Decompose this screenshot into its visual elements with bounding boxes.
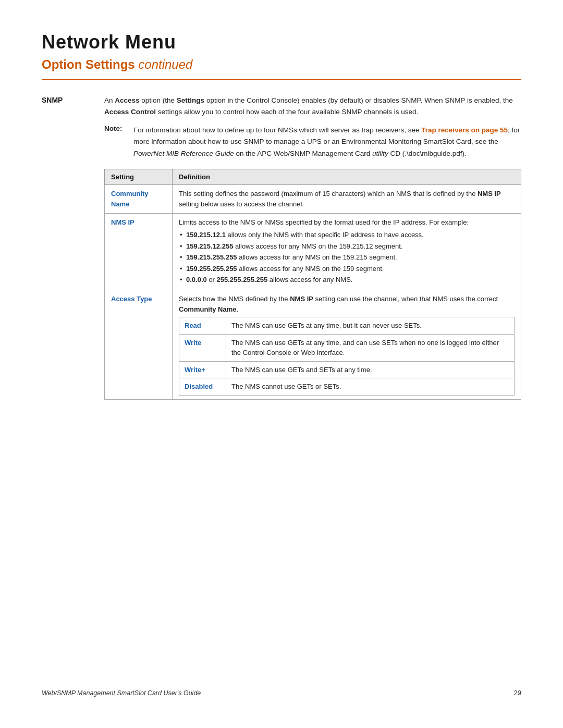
nms-ip-def: Limits access to the NMS or NMSs specifi… [173,214,521,290]
snmp-intro: An Access option (the Settings option in… [104,95,521,117]
community-name-def: This setting defines the password (maxim… [173,184,521,213]
table-row: Access Type Selects how the NMS defined … [105,290,521,399]
nms-ip-bullets: 159.215.12.1 allows only the NMS with th… [179,230,515,285]
note-block: Note: For information about how to defin… [104,125,521,159]
nms-ip-intro: Limits access to the NMS or NMSs specifi… [179,218,469,226]
write-label: Write [179,334,226,361]
ip-5a: 0.0.0.0 [186,276,207,283]
bullet-3: 159.215.255.255 allows access for any NM… [179,252,515,263]
page: Network Menu Option Settings continued S… [0,0,563,728]
access-type-def: Selects how the NMS defined by the NMS I… [173,290,521,399]
write-def: The NMS can use GETs at any time, and ca… [226,334,515,361]
access-bold: Access [115,96,139,104]
sub-table-row: Write The NMS can use GETs at any time, … [179,334,515,361]
access-type-label: Access Type [105,290,173,399]
col-setting-header: Setting [105,169,173,184]
access-control-bold: Access Control [104,108,156,116]
sub-table-row: Write+ The NMS can use GETs and SETs at … [179,361,515,378]
snmp-right-content: An Access option (the Settings option in… [104,95,521,400]
access-sub-table: Read The NMS can use GETs at any time, b… [179,317,515,396]
section-continued-text: continued [138,57,192,71]
table-header-row: Setting Definition [105,169,521,184]
read-label: Read [179,317,226,335]
nms-ip-bold-2: NMS IP [290,295,313,303]
table-row: CommunityName This setting defines the p… [105,184,521,213]
note-utility: utility [372,150,388,157]
section-heading: Option Settings continued [42,57,521,72]
ip-1: 159.215.12.1 [186,231,226,239]
bullet-1: 159.215.12.1 allows only the NMS with th… [179,230,515,240]
write-plus-def: The NMS can use GETs and SETs at any tim… [226,361,515,378]
settings-table: Setting Definition CommunityName This se… [104,169,521,400]
community-name-label: CommunityName [105,184,173,213]
settings-bold: Settings [177,96,204,104]
note-text-3: on the APC Web/SNMP Management Card [234,150,372,157]
disabled-def: The NMS cannot use GETs or SETs. [226,378,515,396]
content-area: SNMP An Access option (the Settings opti… [42,95,521,400]
bullet-5: 0.0.0.0 or 255.255.255.255 allows access… [179,275,515,285]
nms-ip-ref-bold: NMS IP [478,190,501,198]
disabled-label: Disabled [179,378,226,396]
access-type-intro: Selects how the NMS defined by the NMS I… [179,295,498,313]
sub-table-row: Read The NMS can use GETs at any time, b… [179,317,515,335]
community-name-bold: Community Name [179,305,237,313]
note-text-1: For information about how to define up t… [133,126,421,134]
footer-left-text: Web/SNMP Management SmartSlot Card User'… [42,689,201,697]
read-def: The NMS can use GETs at any time, but it… [226,317,515,335]
ip-2: 159.215.12.255 [186,242,233,250]
write-plus-label: Write+ [179,361,226,378]
note-text-4: CD (.\doc\mibguide.pdf). [388,150,467,157]
note-text: For information about how to define up t… [133,125,521,159]
sub-table-row: Disabled The NMS cannot use GETs or SETs… [179,378,515,396]
table-row: NMS IP Limits access to the NMS or NMSs … [105,214,521,290]
page-title: Network Menu [42,31,521,53]
bullet-2: 159.215.12.255 allows access for any NMS… [179,241,515,252]
trap-receivers-link[interactable]: Trap receivers on page 55 [421,126,508,134]
footer-page-number: 29 [514,689,521,697]
snmp-label: SNMP [42,95,104,400]
nms-ip-label: NMS IP [105,214,173,290]
bullet-4: 159.255.255.255 allows access for any NM… [179,264,515,274]
book-title: PowerNet MIB Reference Guide [133,150,234,157]
col-definition-header: Definition [173,169,521,184]
ip-3: 159.215.255.255 [186,253,237,261]
footer: Web/SNMP Management SmartSlot Card User'… [42,673,521,697]
ip-4: 159.255.255.255 [186,265,237,273]
ip-5b: 255.255.255.255 [217,276,268,283]
note-label: Note: [104,125,133,159]
section-heading-text: Option Settings [42,57,135,71]
section-divider [42,79,521,80]
